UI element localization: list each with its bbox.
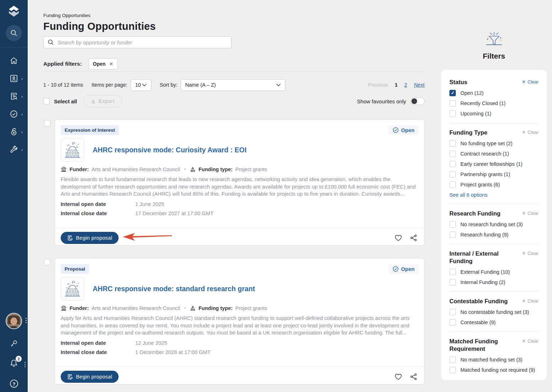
checkbox[interactable]: [449, 151, 456, 157]
filter-chip-open[interactable]: Open ✕: [88, 58, 118, 70]
notification-badge: 2: [16, 356, 22, 362]
notifications-menu-icon[interactable]: [24, 362, 26, 367]
remove-filter-icon[interactable]: ✕: [109, 61, 113, 67]
funding-opportunities-page: › › › ›: [0, 0, 552, 392]
filter-section-heading: Matched Funding Requirement: [449, 338, 515, 353]
opportunity-title-link[interactable]: AHRC responsive mode: standard research …: [93, 285, 255, 293]
filter-section-heading: Funding Type: [449, 129, 487, 136]
begin-proposal-button[interactable]: Begin proposal: [61, 371, 119, 383]
filter-option[interactable]: No contestable funding set (3): [449, 309, 539, 315]
funding-type-icon: [190, 167, 196, 172]
checkbox[interactable]: [449, 161, 456, 167]
selection-toolbar: Select all Export Show favourites only: [43, 95, 425, 107]
checkbox[interactable]: [449, 100, 456, 107]
checkbox[interactable]: [449, 279, 456, 285]
close-icon: ✕: [522, 298, 526, 304]
favourite-heart-icon[interactable]: [394, 234, 402, 241]
pagination-previous: Previous: [368, 82, 388, 88]
filter-option[interactable]: Open (12): [449, 90, 539, 96]
clear-matched-funding-filter-button[interactable]: ✕Clear: [522, 338, 539, 344]
funding-type-icon: [190, 305, 196, 311]
select-all-checkbox[interactable]: [43, 98, 50, 104]
show-favourites-toggle[interactable]: [410, 97, 425, 105]
main-content: Funding Opportunities Funding Opportunit…: [43, 0, 425, 392]
checkbox[interactable]: [449, 171, 456, 178]
checkbox[interactable]: [449, 140, 456, 147]
opportunity-card: Proposal Open AHRC responsiv: [55, 258, 425, 385]
avatar-menu-icon[interactable]: [26, 318, 27, 323]
filter-option[interactable]: Recently Closed (1): [449, 100, 539, 107]
filter-option[interactable]: Matched funding not required (9): [449, 367, 539, 373]
card-checkbox[interactable]: [44, 120, 50, 126]
close-icon: ✕: [522, 251, 526, 256]
clear-funding-type-filter-button[interactable]: ✕Clear: [522, 129, 539, 135]
pagination-page-1[interactable]: 1: [395, 82, 398, 88]
checkbox[interactable]: [449, 367, 456, 373]
people-icon: [9, 74, 18, 83]
sort-by-select[interactable]: Name (A – Z): [181, 79, 285, 91]
type-badge: Proposal: [61, 264, 89, 274]
filter-option[interactable]: No matched funding set (3): [449, 356, 539, 363]
checkbox[interactable]: [449, 319, 456, 326]
pagination-next[interactable]: Next: [414, 82, 425, 88]
pagination-page-2[interactable]: 2: [404, 82, 407, 88]
document-search-icon: [9, 92, 18, 101]
filter-option[interactable]: No research funding set (3): [449, 221, 539, 228]
checkbox[interactable]: [449, 110, 456, 117]
checkbox[interactable]: [449, 181, 456, 188]
filter-option[interactable]: Research funding (9): [449, 232, 539, 238]
filter-option[interactable]: Early career fellowships (1): [449, 161, 539, 167]
divider: [449, 123, 539, 123]
svg-text:?: ?: [12, 381, 15, 387]
sidebar-item-tools[interactable]: ›: [0, 145, 28, 154]
filters-funnel-icon: [485, 31, 503, 49]
checkbox[interactable]: [449, 309, 456, 315]
tools-icon: [9, 145, 18, 154]
sidebar-item-notifications[interactable]: 2: [9, 359, 18, 369]
checkbox[interactable]: [449, 269, 456, 275]
items-per-page-select[interactable]: 10: [131, 79, 151, 91]
checkbox[interactable]: [449, 221, 456, 228]
filter-option[interactable]: Upcoming (1): [449, 110, 539, 117]
filter-option[interactable]: Partnership grants (1): [449, 171, 539, 178]
begin-proposal-button[interactable]: Begin proposal: [61, 232, 119, 244]
opportunity-title-link[interactable]: AHRC responsive mode: Curiosity Award : …: [93, 146, 246, 154]
see-all-options-link[interactable]: See all 6 options: [449, 192, 539, 198]
checkbox-checked[interactable]: [449, 90, 456, 96]
search-input[interactable]: [58, 39, 228, 45]
favourite-heart-icon[interactable]: [394, 373, 402, 380]
results-toolbar: 1 - 10 of 12 items Items per page: 10 So…: [43, 79, 425, 91]
checkbox[interactable]: [449, 232, 456, 238]
home-icon: [9, 56, 18, 65]
document-edit-icon: [67, 235, 73, 241]
sidebar-item-awards[interactable]: ›: [0, 109, 28, 119]
clear-research-funding-filter-button[interactable]: ✕Clear: [522, 210, 539, 216]
favourites-toggle-group: Show favourites only: [357, 97, 425, 105]
filter-section-heading: Research Funding: [449, 210, 501, 217]
sidebar-item-key[interactable]: [10, 339, 18, 349]
filter-option[interactable]: External Funding (10): [449, 269, 539, 275]
checkbox[interactable]: [449, 356, 456, 363]
sidebar-item-document-search[interactable]: ›: [0, 92, 28, 101]
filter-option[interactable]: Internal Funding (2): [449, 279, 539, 285]
export-button[interactable]: Export: [83, 95, 122, 107]
sidebar-search-button[interactable]: [6, 25, 22, 41]
share-icon[interactable]: [410, 234, 417, 241]
pagination: Previous 1 2 Next: [368, 82, 425, 88]
user-avatar[interactable]: [6, 313, 22, 329]
sidebar-item-open-access[interactable]: ›: [0, 127, 28, 136]
sidebar-item-home[interactable]: [0, 56, 28, 65]
sidebar-item-people[interactable]: ›: [0, 74, 28, 83]
sidebar-nav: › › › ›: [0, 48, 28, 154]
filter-option[interactable]: Contestable (9): [449, 319, 539, 326]
clear-contestable-filter-button[interactable]: ✕Clear: [522, 298, 539, 304]
filter-option[interactable]: Contract research (1): [449, 151, 539, 157]
clear-status-filter-button[interactable]: ✕Clear: [522, 78, 539, 85]
clear-internal-external-filter-button[interactable]: ✕Clear: [522, 250, 539, 256]
filter-option[interactable]: No funding type set (2): [449, 140, 539, 147]
opportunity-illustration: [61, 277, 84, 300]
card-checkbox[interactable]: [44, 259, 50, 265]
sidebar-item-help[interactable]: ?: [9, 379, 19, 390]
filter-option[interactable]: Project grants (6): [449, 181, 539, 188]
share-icon[interactable]: [410, 373, 417, 380]
